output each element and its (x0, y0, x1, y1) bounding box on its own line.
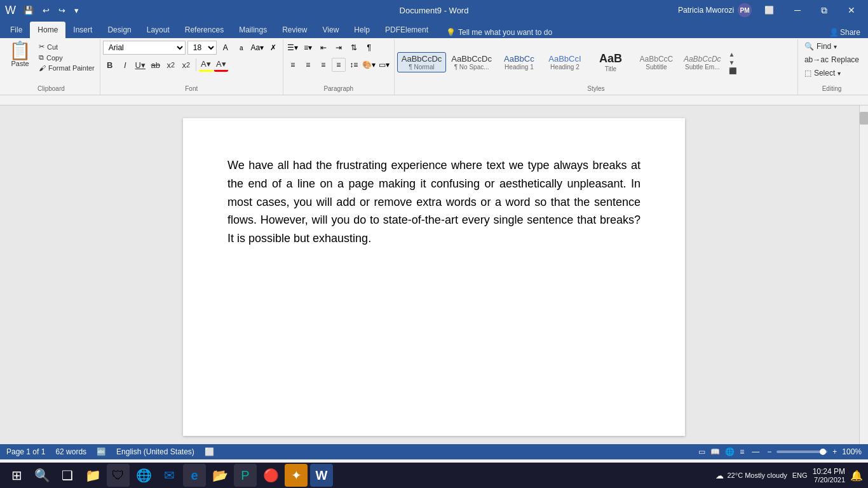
ribbon-display-btn[interactable]: ⬜ (757, 3, 782, 17)
font-name-select[interactable]: Arial (103, 41, 186, 55)
restore-btn[interactable]: ⧉ (813, 3, 835, 18)
font-grow-btn[interactable]: A (219, 41, 233, 55)
edge-blue-btn[interactable]: e (183, 464, 206, 487)
edge-btn[interactable]: 🌐 (132, 464, 155, 487)
file-explorer-btn[interactable]: 📁 (81, 464, 104, 487)
status-bar: Page 1 of 1 62 words 🔤 English (United S… (0, 444, 868, 459)
copy-button[interactable]: ⧉ Copy (36, 53, 97, 62)
zoom-slider[interactable] (776, 451, 827, 453)
align-left-btn[interactable]: ≡ (286, 58, 300, 72)
ms-project-btn[interactable]: P (234, 464, 257, 487)
strikethrough-btn[interactable]: ab (149, 58, 163, 72)
tab-insert[interactable]: Insert (65, 22, 100, 38)
customize-quick-btn[interactable]: ▾ (71, 4, 83, 17)
tab-file[interactable]: File (3, 22, 30, 38)
paste-button[interactable]: 📋 Paste (5, 41, 35, 69)
select-btn[interactable]: ⬚ Select ▾ (801, 67, 844, 79)
show-marks-btn[interactable]: ¶ (362, 41, 376, 55)
mail-btn[interactable]: ✉ (158, 464, 180, 487)
tab-home[interactable]: Home (30, 22, 65, 38)
tab-references[interactable]: References (177, 22, 231, 38)
close-btn[interactable]: ✕ (840, 3, 863, 18)
document-text[interactable]: We have all had the frustrating experien… (227, 156, 641, 248)
system-clock[interactable]: 10:24 PM 7/20/2021 (813, 467, 845, 484)
style-subtitle[interactable]: AaBbCcC Subtitle (634, 53, 679, 72)
styles-scroll-down[interactable]: ▼ (728, 58, 738, 67)
style-no-spacing[interactable]: AaBbCcDc ¶ No Spac... (447, 53, 496, 72)
minimize-btn[interactable]: ─ (787, 3, 808, 18)
tab-layout[interactable]: Layout (139, 22, 177, 38)
styles-more[interactable]: ⬛ (728, 67, 738, 75)
view-print-layout[interactable]: ▭ (698, 447, 705, 456)
replace-btn[interactable]: ab→ac Replace (801, 54, 863, 65)
border-btn[interactable]: ▭▾ (377, 58, 391, 72)
redo-quick-btn[interactable]: ↪ (55, 4, 69, 17)
bullet-list-btn[interactable]: ☰▾ (286, 41, 300, 55)
bold-btn[interactable]: B (103, 58, 117, 72)
italic-btn[interactable]: I (118, 58, 132, 72)
scrollbar-vertical[interactable] (859, 105, 868, 444)
search-taskbar[interactable]: 🔍 (31, 464, 53, 487)
align-center-btn[interactable]: ≡ (301, 58, 315, 72)
font-content: Arial 18 A a Aa▾ ✗ B I U▾ ab x2 x2 A▾ A▾ (103, 41, 280, 84)
tab-view[interactable]: View (315, 22, 347, 38)
sort-btn[interactable]: ⇅ (347, 41, 361, 55)
style-heading2[interactable]: AaBbCcI Heading 2 (543, 53, 587, 72)
start-button[interactable]: ⊞ (5, 464, 28, 487)
weather-icon: ☁ (715, 471, 724, 480)
notification-btn[interactable]: 🔔 (850, 470, 863, 482)
tab-review[interactable]: Review (275, 22, 315, 38)
task-view-btn[interactable]: ❑ (56, 464, 79, 487)
tab-design[interactable]: Design (100, 22, 139, 38)
windows-security-btn[interactable]: 🛡 (107, 464, 130, 487)
scrollbar-thumb[interactable] (860, 112, 868, 125)
zoom-out-btn[interactable]: − (767, 447, 771, 456)
undo-quick-btn[interactable]: ↩ (39, 4, 53, 17)
ruler (0, 95, 868, 105)
align-right-btn[interactable]: ≡ (316, 58, 330, 72)
clipboard-content: 📋 Paste ✂ Cut ⧉ Copy 🖌 Format Painter (5, 41, 97, 84)
style-title[interactable]: AaB Title (588, 51, 633, 74)
justify-btn[interactable]: ≡ (332, 58, 346, 72)
font-size-select[interactable]: 18 (187, 41, 217, 55)
view-outline[interactable]: ≡ (740, 447, 744, 456)
clear-format-btn[interactable]: ✗ (266, 41, 280, 55)
font-label: Font (103, 84, 280, 93)
word-taskbar-btn[interactable]: W (310, 464, 333, 487)
zoom-in-btn[interactable]: + (832, 447, 837, 456)
tell-me-box[interactable]: 💡 Tell me what you want to do (441, 27, 557, 38)
document-page[interactable]: We have all had the frustrating experien… (183, 118, 685, 436)
font-color-btn[interactable]: A▾ (214, 58, 228, 72)
view-read-mode[interactable]: 📖 (710, 447, 720, 456)
find-btn[interactable]: 🔍 Find ▾ (801, 41, 841, 52)
save-quick-btn[interactable]: 💾 (20, 4, 37, 17)
tab-mailings[interactable]: Mailings (231, 22, 275, 38)
font-case-btn[interactable]: Aa▾ (250, 41, 264, 55)
share-btn[interactable]: 👤 Share (824, 27, 865, 38)
num-list-btn[interactable]: ≡▾ (301, 41, 315, 55)
indent-inc-btn[interactable]: ⇥ (332, 41, 346, 55)
cut-button[interactable]: ✂ Cut (36, 42, 97, 51)
format-painter-button[interactable]: 🖌 Format Painter (36, 64, 97, 72)
paragraph-content: ☰▾ ≡▾ ⇤ ⇥ ⇅ ¶ ≡ ≡ ≡ ≡ ↕≡ 🎨▾ ▭▾ (286, 41, 391, 84)
line-spacing-btn[interactable]: ↕≡ (347, 58, 361, 72)
font-shrink-btn[interactable]: a (234, 41, 248, 55)
file-manager-btn[interactable]: 📂 (208, 464, 231, 487)
taskmgr-btn[interactable]: ✦ (285, 464, 308, 487)
tab-help[interactable]: Help (346, 22, 377, 38)
tab-pdfelement[interactable]: PDFElement (377, 22, 436, 38)
subscript-btn[interactable]: x2 (164, 58, 178, 72)
shading-btn[interactable]: 🎨▾ (362, 58, 376, 72)
view-web-layout[interactable]: 🌐 (725, 447, 735, 456)
indent-dec-btn[interactable]: ⇤ (316, 41, 330, 55)
style-heading1[interactable]: AaBbCc Heading 1 (497, 53, 541, 72)
superscript-btn[interactable]: x2 (179, 58, 193, 72)
underline-btn[interactable]: U▾ (133, 58, 147, 72)
text-highlight-btn[interactable]: A▾ (199, 58, 213, 72)
chrome-btn[interactable]: 🔴 (259, 464, 282, 487)
style-normal[interactable]: AaBbCcDc ¶ Normal (397, 52, 447, 72)
styles-scroll-up[interactable]: ▲ (728, 50, 738, 58)
style-no-spacing-preview: AaBbCcDc (451, 54, 492, 64)
style-subtle-em[interactable]: AaBbCcDc Subtle Em... (680, 53, 725, 72)
clipboard-label: Clipboard (5, 84, 97, 93)
